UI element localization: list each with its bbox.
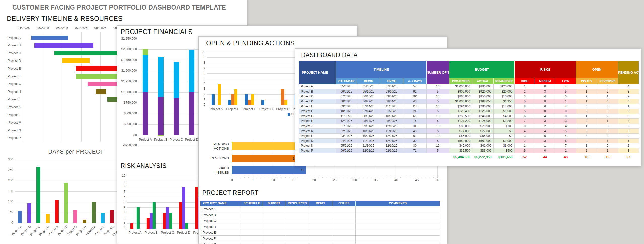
dd-cell-calendar[interactable]: 07/01/25 (336, 94, 357, 99)
dd-total-cell[interactable] (380, 153, 403, 160)
dd-cell-begin[interactable]: 05/10/25 (357, 89, 380, 94)
dd-cell-projected[interactable]: $80,000 (449, 124, 472, 129)
dd-cell-days[interactable]: 71 (403, 148, 427, 153)
dd-header-budget[interactable]: BUDGET (449, 61, 515, 78)
dd-cell-issues[interactable]: 2 (576, 129, 597, 134)
dd-total-cell[interactable]: $131,650 (494, 153, 515, 160)
dd-cell-calendar[interactable]: 12/01/25 (336, 119, 357, 124)
dd-cell-issues[interactable]: 3 (576, 133, 597, 138)
dd-cell-revisions[interactable]: 0 (597, 99, 618, 104)
report-cell[interactable] (262, 224, 286, 230)
dd-cell-low[interactable]: 0 (555, 109, 576, 114)
dd-cell-high[interactable]: 6 (515, 114, 535, 119)
dd-cell-remainder[interactable]: -$20,000 (494, 89, 515, 94)
dd-cell-calendar[interactable]: 03/01/26 (336, 133, 357, 138)
dd-cell-remainder[interactable]: -$1,000 (494, 138, 515, 143)
dd-cell-begin[interactable]: 11/10/25 (357, 143, 380, 148)
dd-cell-revisions[interactable]: 0 (597, 84, 618, 89)
dd-cell-issues[interactable]: 1 (576, 89, 597, 94)
dd-cell-medium[interactable]: 3 (535, 89, 555, 94)
dd-cell-finish[interactable]: 11/01/25 (380, 104, 403, 109)
report-cell[interactable] (356, 230, 440, 235)
report-cell[interactable] (332, 241, 356, 244)
report-cell[interactable] (286, 241, 309, 244)
dd-cell-calendar[interactable]: 02/01/26 (336, 129, 357, 134)
report-cell[interactable] (286, 218, 309, 224)
dd-cell-pending[interactable]: 4 (618, 119, 639, 124)
dd-cell-calendar[interactable]: 10/01/25 (336, 109, 357, 114)
dd-cell-finish[interactable]: 08/10/25 (380, 89, 403, 94)
dd-cell-pending[interactable]: 4 (618, 84, 639, 89)
dd-cell-revisions[interactable]: 0 (597, 109, 618, 114)
dd-cell-actual[interactable]: $65,000 (472, 133, 494, 138)
report-cell[interactable] (356, 206, 440, 212)
dd-cell-calendar[interactable]: 09/01/25 (336, 104, 357, 109)
dd-header-finish[interactable]: FINISH (380, 78, 403, 84)
report-cell[interactable] (286, 224, 309, 230)
dd-cell-remainder[interactable]: -$500 (494, 148, 515, 153)
report-cell[interactable] (356, 212, 440, 218)
dd-cell-medium[interactable]: 3 (535, 119, 555, 124)
dd-cell-days[interactable]: 110 (403, 104, 427, 109)
report-cell[interactable] (332, 235, 356, 241)
dd-cell-begin[interactable]: 05/05/25 (357, 84, 380, 89)
dd-cell-pending[interactable]: 0 (618, 129, 639, 134)
report-cell-project-name[interactable]: Project D (200, 224, 241, 230)
dd-cell-actual[interactable]: $280,000 (472, 104, 494, 109)
dd-cell-issues[interactable]: 2 (576, 148, 597, 153)
report-cell-project-name[interactable]: Project G (200, 241, 241, 244)
report-cell[interactable] (309, 241, 332, 244)
dd-cell-medium[interactable]: 2 (535, 124, 555, 129)
dd-cell-medium[interactable]: 4 (535, 94, 555, 99)
dd-cell-low[interactable]: 0 (555, 114, 576, 119)
dd-header--of-days[interactable]: # of DAYS (403, 78, 427, 84)
dd-cell-calendar[interactable]: 05/01/25 (336, 84, 357, 89)
dd-total-cell[interactable] (336, 153, 357, 160)
dd-cell-pending[interactable]: 3 (618, 89, 639, 94)
dd-cell-high[interactable]: 0 (515, 124, 535, 129)
report-cell[interactable] (332, 224, 356, 230)
dd-cell-name[interactable]: Project J (299, 124, 336, 129)
dd-total-cell[interactable]: $5,404,600 (449, 153, 472, 160)
dd-header-number-of-team-members[interactable]: NUMBER OF TEAM MEMBERS (427, 61, 449, 84)
dd-cell-low[interactable]: 4 (555, 84, 576, 89)
dd-cell-remainder[interactable]: $0 (494, 129, 515, 134)
report-cell-project-name[interactable]: Project C (200, 218, 241, 224)
report-cell[interactable] (241, 241, 262, 244)
report-cell[interactable] (241, 235, 262, 241)
report-cell[interactable] (356, 224, 440, 230)
dd-cell-revisions[interactable]: 1 (597, 148, 618, 153)
dd-total-cell[interactable]: 27 (618, 153, 639, 160)
dd-header-risks[interactable]: RISKS (515, 61, 576, 78)
dd-cell-finish[interactable]: 11/15/25 (380, 129, 403, 134)
dd-cell-projected[interactable]: $45,000 (449, 143, 472, 148)
report-cell[interactable] (356, 241, 440, 244)
dd-cell-team[interactable]: 10 (427, 143, 449, 148)
dd-cell-actual[interactable]: $125,000 (472, 109, 494, 114)
dd-cell-days[interactable]: 45 (403, 129, 427, 134)
dd-cell-begin[interactable]: 07/14/25 (357, 109, 380, 114)
report-header-schedule[interactable]: SCHEDULE (241, 201, 262, 206)
dd-header-issues[interactable]: ISSUES (576, 78, 597, 84)
dd-header-projected[interactable]: PROJECTED (449, 78, 472, 84)
dd-header-revisions[interactable]: REVISIONS (597, 78, 618, 84)
dd-cell-high[interactable]: 2 (515, 89, 535, 94)
dd-cell-revisions[interactable]: 2 (597, 133, 618, 138)
dd-total-cell[interactable]: $5,272,950 (472, 153, 494, 160)
dd-cell-low[interactable]: 6 (555, 138, 576, 143)
dd-cell-low[interactable]: 2 (555, 148, 576, 153)
dd-cell-actual[interactable]: $551,000 (472, 138, 494, 143)
report-cell[interactable] (356, 218, 440, 224)
dd-cell-finish[interactable]: 02/10/26 (380, 148, 403, 153)
dd-cell-team[interactable]: 10 (427, 133, 449, 138)
report-cell[interactable] (332, 230, 356, 235)
dd-cell-medium[interactable]: 6 (535, 133, 555, 138)
dd-cell-name[interactable]: Project G (299, 114, 336, 119)
dd-cell-revisions[interactable]: 3 (597, 124, 618, 129)
dd-cell-projected[interactable]: $860,000 (449, 94, 472, 99)
dd-cell-days[interactable]: 43 (403, 99, 427, 104)
dd-cell-actual[interactable]: $998,050 (472, 99, 494, 104)
report-header-project-name[interactable]: PROJECT NAME (200, 201, 241, 206)
dd-cell-finish[interactable]: 08/30/25 (380, 119, 403, 124)
dd-cell-revisions[interactable]: 2 (597, 89, 618, 94)
